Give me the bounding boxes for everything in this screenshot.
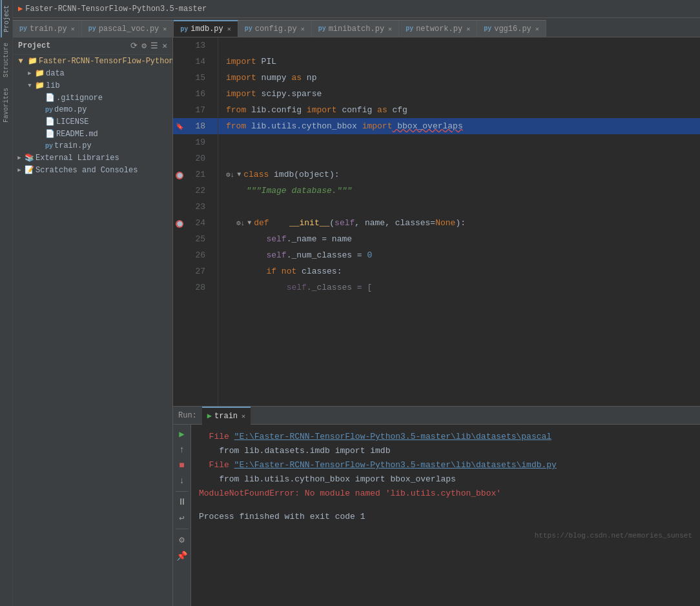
tab-close-config[interactable]: ✕ bbox=[301, 25, 305, 33]
run-stop-button[interactable]: ■ bbox=[178, 459, 185, 472]
gutter-15: 15 bbox=[173, 70, 218, 86]
readme-icon: 📄 bbox=[45, 129, 55, 139]
linenum-15: 15 bbox=[186, 73, 211, 83]
run-play-button[interactable]: ▶ bbox=[178, 427, 185, 441]
tree-demo-py[interactable]: ▶ py demo.py bbox=[13, 104, 172, 116]
scratches-icon: 📝 bbox=[25, 165, 34, 175]
run-output-line-3: File "E:\Faster-RCNN-TensorFlow-Python3.… bbox=[199, 458, 692, 472]
run-tab-icon: ▶ bbox=[207, 411, 212, 421]
run-pin-button[interactable]: 📌 bbox=[175, 549, 189, 563]
demo-icon: py bbox=[45, 106, 53, 114]
root-icon: 📁 bbox=[27, 56, 37, 66]
project-tab[interactable]: Project bbox=[1, 0, 12, 37]
fold-24[interactable]: ▼ bbox=[247, 219, 251, 227]
settings-icon[interactable]: ⚙ bbox=[141, 41, 147, 51]
tree-readme[interactable]: ▶ 📄 README.md bbox=[13, 128, 172, 140]
run-down-button[interactable]: ↓ bbox=[178, 474, 185, 487]
run-link-1[interactable]: "E:\Faster-RCNN-TensorFlow-Python3.5-mas… bbox=[234, 432, 551, 441]
gutter-27: 27 bbox=[173, 263, 218, 279]
tree-scratches[interactable]: ▶ 📝 Scratches and Consoles bbox=[13, 164, 172, 176]
linenum-20: 20 bbox=[186, 154, 211, 163]
tab-bar: py train.py ✕ py pascal_voc.py ✕ py imdb… bbox=[13, 18, 700, 37]
window-title: Faster-RCNN-TensorFlow-Python3.5-master bbox=[25, 5, 207, 14]
run-settings-button[interactable]: ⚙ bbox=[178, 533, 185, 547]
app-icon: ▶ bbox=[18, 4, 23, 14]
gutter-25: 25 bbox=[173, 231, 218, 247]
linenum-28: 28 bbox=[186, 283, 211, 292]
lib-folder-icon: 📁 bbox=[35, 81, 45, 90]
tab-close-minibatch[interactable]: ✕ bbox=[388, 25, 392, 33]
tree-lib-folder[interactable]: ▼ 📁 lib bbox=[13, 79, 172, 92]
project-sidebar: Project ⟳ ⚙ ☰ ✕ ▼ 📁 Faster-RCNN-TensorFl… bbox=[13, 37, 173, 606]
code-lines[interactable]: import PIL import numpy as np import sci… bbox=[218, 37, 700, 406]
gutter-26: 26 bbox=[173, 247, 218, 263]
fold-21[interactable]: ▼ bbox=[237, 171, 241, 178]
structure-tab[interactable]: Structure bbox=[1, 37, 11, 83]
tab-train-py[interactable]: py train.py ✕ bbox=[13, 20, 82, 37]
tab-config-py[interactable]: py config.py ✕ bbox=[238, 20, 312, 37]
options-icon[interactable]: ☰ bbox=[150, 41, 158, 51]
gutter-22: 22 bbox=[173, 183, 218, 199]
data-folder-icon: 📁 bbox=[35, 68, 45, 78]
code-line-17: from lib.config import config as cfg bbox=[218, 102, 700, 118]
license-label: LICENSE bbox=[56, 117, 88, 126]
gutter-19: 19 bbox=[173, 134, 218, 150]
run-output: File "E:\Faster-RCNN-TensorFlow-Python3.… bbox=[191, 425, 700, 606]
tab-close-pascal[interactable]: ✕ bbox=[163, 25, 167, 33]
debug-arrow-24: ⚙↓ bbox=[236, 219, 245, 227]
tab-minibatch-py[interactable]: py minibatch.py ✕ bbox=[312, 20, 399, 37]
run-tab-train[interactable]: ▶ train ✕ bbox=[202, 407, 251, 425]
linenum-24: 24 bbox=[186, 218, 211, 228]
extlibs-label: External Libraries bbox=[36, 154, 119, 163]
demo-label: demo.py bbox=[54, 105, 87, 114]
scratches-label: Scratches and Consoles bbox=[36, 166, 138, 175]
run-tab-close[interactable]: ✕ bbox=[242, 412, 245, 420]
code-editor[interactable]: 13 14 15 bbox=[173, 37, 700, 406]
run-sep-2 bbox=[176, 529, 189, 529]
bookmark-18: 🔖 bbox=[173, 123, 186, 130]
run-output-line-4: from lib.utils.cython_bbox import bbox_o… bbox=[199, 472, 692, 487]
run-panel: Run: ▶ train ✕ ▶ ↑ ■ bbox=[173, 406, 700, 606]
tree-root[interactable]: ▼ 📁 Faster-RCNN-TensorFlow-Python... bbox=[13, 55, 172, 67]
tab-close-imdb[interactable]: ✕ bbox=[227, 25, 231, 33]
tab-imdb-py[interactable]: py imdb.py ✕ bbox=[174, 20, 238, 37]
tab-pascal-voc-py[interactable]: py pascal_voc.py ✕ bbox=[82, 20, 174, 37]
run-link-2[interactable]: "E:\Faster-RCNN-TensorFlow-Python3.5-mas… bbox=[234, 460, 557, 470]
favorites-tab[interactable]: Favorites bbox=[1, 83, 11, 128]
code-line-16: import scipy.sparse bbox=[218, 86, 700, 102]
close-icon[interactable]: ✕ bbox=[162, 41, 167, 51]
tree-ext-libs[interactable]: ▶ 📚 External Libraries bbox=[13, 152, 172, 164]
run-wrap-button[interactable]: ↩ bbox=[178, 511, 185, 525]
root-label: Faster-RCNN-TensorFlow-Python... bbox=[39, 57, 172, 66]
data-label: data bbox=[46, 69, 65, 78]
tree-train-py[interactable]: ▶ py train.py bbox=[13, 140, 172, 152]
tab-label-train: train.py bbox=[30, 25, 67, 34]
debug-arrow-21: ⚙↓ bbox=[226, 170, 234, 179]
tab-close-network[interactable]: ✕ bbox=[466, 25, 470, 33]
run-header: Run: ▶ train ✕ bbox=[173, 407, 700, 425]
train-icon: py bbox=[45, 143, 53, 150]
code-line-19 bbox=[218, 134, 700, 150]
tree-data-folder[interactable]: ▶ 📁 data bbox=[13, 67, 172, 79]
gitignore-icon: 📄 bbox=[45, 93, 55, 103]
code-line-23 bbox=[218, 199, 700, 215]
run-label: Run: bbox=[178, 411, 197, 420]
gutter-18: 🔖 18 bbox=[173, 118, 218, 134]
run-up-button[interactable]: ↑ bbox=[178, 443, 185, 456]
extlibs-arrow: ▶ bbox=[15, 154, 23, 161]
sync-icon[interactable]: ⟳ bbox=[130, 41, 138, 51]
code-line-22: """Image database.""" bbox=[218, 183, 700, 199]
tab-close-train[interactable]: ✕ bbox=[71, 25, 75, 33]
tab-close-vgg16[interactable]: ✕ bbox=[535, 25, 539, 33]
code-line-24: ⚙↓ ▼ def __init__(self, name, classes=No… bbox=[218, 215, 700, 231]
tab-network-py[interactable]: py network.py ✕ bbox=[399, 20, 477, 37]
breakpoint-21[interactable]: ⬤ bbox=[173, 170, 186, 179]
breakpoint-24[interactable]: ⬤ bbox=[173, 218, 186, 228]
code-line-28: self._classes = [ bbox=[218, 279, 700, 296]
tree-gitignore[interactable]: ▶ 📄 .gitignore bbox=[13, 92, 172, 104]
linenum-19: 19 bbox=[186, 137, 211, 147]
linenum-21: 21 bbox=[186, 170, 211, 179]
tree-license[interactable]: ▶ 📄 LICENSE bbox=[13, 116, 172, 128]
tab-vgg16-py[interactable]: py vgg16.py ✕ bbox=[477, 20, 546, 37]
run-pause-button[interactable]: ⏸ bbox=[176, 496, 188, 509]
